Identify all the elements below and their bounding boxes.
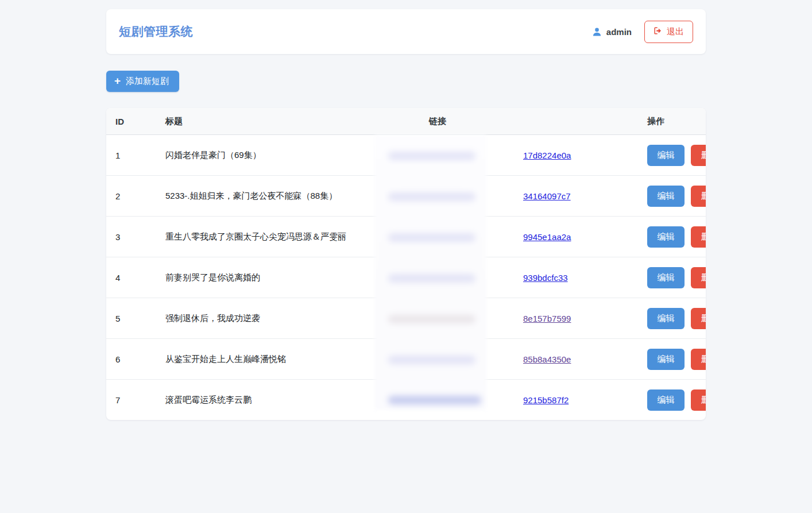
logout-label: 退出 bbox=[667, 26, 684, 37]
app-header: 短剧管理系统 admin 退出 bbox=[106, 9, 706, 54]
blurred-link-text bbox=[388, 356, 475, 364]
row-link[interactable]: 9945e1aa2a bbox=[523, 232, 571, 242]
column-header-id: ID bbox=[106, 108, 156, 135]
blurred-link-text bbox=[388, 396, 481, 404]
row-link[interactable]: 85b8a4350e bbox=[523, 354, 571, 364]
delete-button[interactable]: 删除 bbox=[691, 267, 706, 288]
page-title: 短剧管理系统 bbox=[119, 24, 193, 40]
row-link[interactable]: 939bdcfc33 bbox=[523, 273, 568, 283]
user-block: admin bbox=[592, 27, 632, 37]
row-link[interactable]: 17d8224e0a bbox=[523, 151, 571, 160]
drama-table-card: ID 标题 链接 操作 1 闪婚老伴是豪门（69集） 17d8224e0a 编辑… bbox=[106, 108, 706, 420]
edit-button[interactable]: 编辑 bbox=[647, 349, 685, 370]
edit-button[interactable]: 编辑 bbox=[647, 308, 685, 329]
blurred-link-text bbox=[388, 192, 475, 201]
edit-button[interactable]: 编辑 bbox=[647, 226, 685, 248]
privacy-blur-overlay bbox=[374, 135, 486, 410]
edit-button[interactable]: 编辑 bbox=[647, 267, 685, 288]
table-header-row: ID 标题 链接 操作 bbox=[106, 108, 706, 135]
add-drama-button[interactable]: + 添加新短剧 bbox=[106, 71, 179, 92]
user-icon bbox=[592, 27, 602, 37]
row-id: 1 bbox=[106, 135, 156, 176]
row-link[interactable]: 34164097c7 bbox=[523, 191, 571, 201]
header-right: admin 退出 bbox=[592, 21, 693, 43]
logout-icon bbox=[654, 26, 662, 37]
delete-button[interactable]: 删除 bbox=[691, 349, 706, 370]
column-header-actions: 操作 bbox=[638, 108, 706, 135]
row-id: 3 bbox=[106, 217, 156, 257]
blurred-link-text bbox=[388, 274, 475, 283]
row-id: 6 bbox=[106, 339, 156, 380]
row-link[interactable]: 9215b587f2 bbox=[523, 395, 569, 405]
row-id: 7 bbox=[106, 380, 156, 421]
column-header-title: 标题 bbox=[156, 108, 420, 135]
delete-button[interactable]: 删除 bbox=[691, 308, 706, 329]
delete-button[interactable]: 删除 bbox=[691, 145, 706, 166]
user-name: admin bbox=[606, 27, 632, 37]
blurred-link-text bbox=[388, 152, 475, 160]
logout-button[interactable]: 退出 bbox=[644, 21, 693, 43]
delete-button[interactable]: 删除 bbox=[691, 389, 706, 411]
column-header-link: 链接 bbox=[420, 108, 638, 135]
row-id: 4 bbox=[106, 257, 156, 298]
blurred-link-text bbox=[388, 233, 475, 242]
row-id: 5 bbox=[106, 298, 156, 339]
edit-button[interactable]: 编辑 bbox=[647, 186, 685, 207]
delete-button[interactable]: 删除 bbox=[691, 186, 706, 207]
edit-button[interactable]: 编辑 bbox=[647, 389, 685, 411]
blurred-link-text bbox=[388, 315, 475, 323]
page: 短剧管理系统 admin 退出 bbox=[106, 0, 706, 420]
row-id: 2 bbox=[106, 176, 156, 217]
delete-button[interactable]: 删除 bbox=[691, 226, 706, 248]
edit-button[interactable]: 编辑 bbox=[647, 145, 685, 166]
plus-icon: + bbox=[114, 75, 121, 86]
row-link[interactable]: 8e157b7599 bbox=[523, 314, 571, 323]
add-drama-label: 添加新短剧 bbox=[126, 76, 169, 87]
